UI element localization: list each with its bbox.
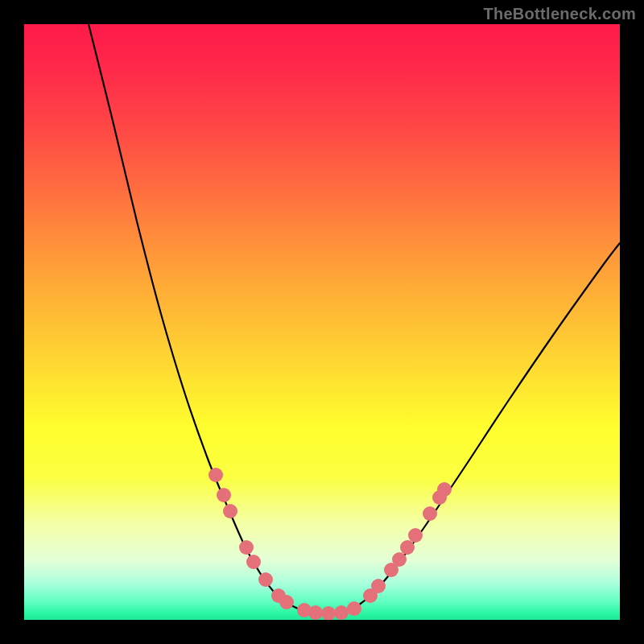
data-point — [437, 482, 452, 497]
plot-area — [24, 24, 620, 620]
data-point — [400, 540, 415, 555]
curve-layer — [24, 24, 620, 620]
data-point — [208, 468, 223, 482]
data-point — [308, 605, 323, 620]
data-point — [334, 605, 349, 620]
watermark-text: TheBottleneck.com — [483, 5, 636, 23]
data-point — [246, 555, 261, 569]
chart-frame: TheBottleneck.com — [0, 0, 644, 644]
data-point — [392, 552, 407, 567]
data-point — [217, 488, 231, 502]
data-point — [239, 540, 254, 555]
data-point — [408, 528, 423, 543]
bottleneck-curve — [89, 24, 620, 613]
data-point — [279, 595, 294, 609]
data-point — [258, 572, 273, 587]
data-point — [371, 579, 386, 593]
data-point-markers — [208, 468, 452, 620]
data-point — [321, 606, 336, 620]
data-point — [347, 601, 361, 616]
data-point — [423, 506, 437, 521]
data-point — [223, 504, 237, 518]
